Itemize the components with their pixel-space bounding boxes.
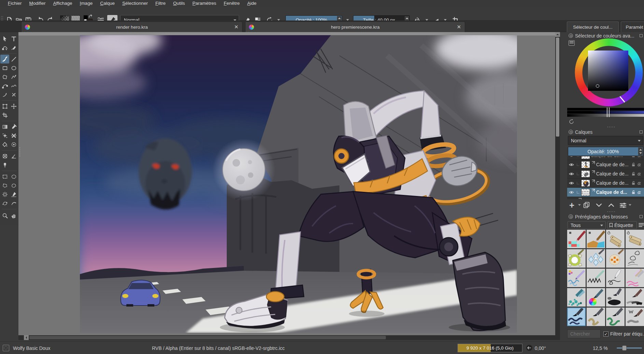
layer-row-selected[interactable]: ∟ Calque de d... α xyxy=(567,188,644,197)
properties-dropdown-arrow[interactable] xyxy=(629,205,631,206)
docker-lock-icon[interactable] xyxy=(569,130,573,134)
rotation-reset-icon[interactable] xyxy=(526,344,533,352)
tool-zoom-icon[interactable] xyxy=(0,211,9,220)
tool-transform-icon[interactable] xyxy=(0,102,9,111)
tool-assistants-icon[interactable] xyxy=(0,152,9,160)
zoom-value[interactable]: 12,5 % xyxy=(593,342,608,354)
tool-elliptical-selection-icon[interactable] xyxy=(9,172,18,181)
refresh-color-icon[interactable] xyxy=(569,119,574,126)
layer-opacity-spinner[interactable] xyxy=(638,147,643,155)
tool-polygon-icon[interactable] xyxy=(0,72,9,81)
layer-properties-button[interactable] xyxy=(619,201,627,210)
layer-blend-mode-combo[interactable]: Normal xyxy=(568,136,643,145)
color-selector-header[interactable]: Sélecteur de couleurs ava... xyxy=(567,33,644,39)
layer-row-partial-bottom[interactable] xyxy=(567,197,644,199)
docker-lock-icon[interactable] xyxy=(569,214,573,219)
layer-opacity-slider[interactable]: Opacité: 100% xyxy=(568,147,643,156)
panel-tab-parametres[interactable]: Paramèt xyxy=(621,22,644,32)
tool-gradient-icon[interactable] xyxy=(0,122,9,131)
brush-presets-header[interactable]: Préréglages des brosses xyxy=(567,214,644,220)
brush-search-input[interactable] xyxy=(567,329,601,338)
vscroll-handle[interactable] xyxy=(556,38,559,137)
docker-float-icon[interactable] xyxy=(640,130,643,133)
zoom-slider-handle[interactable] xyxy=(622,345,627,351)
tool-calligraphy-icon[interactable] xyxy=(9,43,18,52)
menu-image[interactable]: Image xyxy=(76,0,97,6)
layer-row[interactable]: ∟ Calque de de... α xyxy=(567,179,644,188)
move-layer-up-button[interactable] xyxy=(607,201,615,210)
tool-polygonal-selection-icon[interactable] xyxy=(0,181,9,190)
layer-row[interactable]: ∟ Calque de de... α xyxy=(567,169,644,179)
presets-menu-icon[interactable] xyxy=(638,222,644,229)
sv-cursor[interactable] xyxy=(596,84,599,88)
add-layer-dropdown-arrow[interactable] xyxy=(578,205,581,206)
menu-calque[interactable]: Calque xyxy=(96,0,118,6)
move-layer-down-button[interactable] xyxy=(595,201,603,210)
tool-rectangular-selection-icon[interactable] xyxy=(0,172,9,181)
brush-preset-tan-stroke[interactable] xyxy=(587,308,605,326)
brush-preset-eraser-soft[interactable] xyxy=(567,230,586,248)
color-slider-3[interactable] xyxy=(567,114,644,117)
tool-move-icon[interactable] xyxy=(9,102,18,111)
brush-preset-stamp-dots[interactable] xyxy=(606,249,625,268)
hscroll-handle[interactable] xyxy=(29,336,386,339)
layer-row[interactable]: ∟ Calque de de... α xyxy=(567,160,644,169)
docker-splitter-grip[interactable] xyxy=(607,211,616,212)
brush-preset-circle-eraser[interactable] xyxy=(567,249,586,268)
canvas-artwork[interactable] xyxy=(80,35,517,333)
tool-enclose-fill-icon[interactable] xyxy=(9,140,18,149)
brush-preset-pencil-colored[interactable] xyxy=(567,269,586,287)
zoom-slider-track[interactable] xyxy=(617,348,642,349)
menu-selectionner[interactable]: Sélectionner xyxy=(118,0,152,6)
docker-lock-icon[interactable] xyxy=(569,33,573,38)
brush-preset-blender-blade-2[interactable] xyxy=(626,230,644,248)
tool-pan-icon[interactable] xyxy=(9,211,18,220)
canvas-rotation-value[interactable]: 0,00° xyxy=(535,342,546,354)
brush-preset-blender-blade[interactable] xyxy=(606,230,625,248)
tool-edit-shapes-icon[interactable] xyxy=(0,43,9,52)
menu-fichier[interactable]: Fichier xyxy=(4,0,26,6)
color-slider-2[interactable] xyxy=(567,111,644,114)
close-tab-icon[interactable]: ✕ xyxy=(457,25,461,29)
add-layer-button[interactable]: + xyxy=(569,200,574,211)
docker-float-icon[interactable] xyxy=(640,34,643,37)
brush-preset-w-gray[interactable] xyxy=(626,308,644,326)
close-tab-icon[interactable]: ✕ xyxy=(234,25,239,29)
color-slider-1[interactable] xyxy=(567,108,644,111)
menu-outils[interactable]: Outils xyxy=(169,0,189,6)
tool-freehand-brush-icon[interactable] xyxy=(0,55,9,63)
sv-square[interactable] xyxy=(588,51,628,91)
tool-contiguous-selection-icon[interactable] xyxy=(0,190,9,199)
selector-settings-icon[interactable] xyxy=(569,40,575,46)
tab-hero-premierescene[interactable]: hero premierescene.kra ✕ xyxy=(245,22,465,32)
docker-splitter-grip[interactable] xyxy=(607,126,616,128)
duplicate-layer-button[interactable] xyxy=(583,201,590,210)
tool-measure-icon[interactable] xyxy=(9,152,18,160)
brush-filter-combo[interactable]: Tous xyxy=(568,221,606,229)
brush-preset-selected-wolfy-basic[interactable] xyxy=(567,308,586,326)
brush-preset-quill-ink[interactable] xyxy=(606,269,625,287)
tool-ellipse-icon[interactable] xyxy=(9,63,18,72)
menu-fenetre[interactable]: Fenêtre xyxy=(220,0,243,6)
canvas-area[interactable] xyxy=(18,32,560,340)
tool-smart-patch-icon[interactable] xyxy=(0,131,9,140)
menu-affichage[interactable]: Affichage xyxy=(50,0,76,6)
tool-freehand-selection-icon[interactable] xyxy=(9,181,18,190)
tool-fill-icon[interactable] xyxy=(0,140,9,149)
scroll-up-icon[interactable] xyxy=(555,32,560,37)
current-preset-icon[interactable] xyxy=(3,345,9,351)
brush-preset-pencil-dark[interactable] xyxy=(587,269,605,287)
menu-filtre[interactable]: Filtre xyxy=(152,0,169,6)
brush-preset-smudge-soft[interactable] xyxy=(626,288,644,307)
panel-tab-color-selector[interactable]: Sélecteur de coul... xyxy=(567,22,619,32)
tool-reference-images-icon[interactable] xyxy=(0,160,9,169)
brush-preset-stamp-flower[interactable] xyxy=(587,249,605,268)
tool-bezier-curve-icon[interactable] xyxy=(0,81,9,90)
brush-preset-eraser-hard[interactable] xyxy=(587,230,605,248)
tool-select-shapes-icon[interactable] xyxy=(0,34,9,43)
color-wheel[interactable] xyxy=(575,38,643,107)
tab-render-hero[interactable]: render hero.kra ✕ xyxy=(21,22,242,32)
tool-rectangle-icon[interactable] xyxy=(0,63,9,72)
tag-button[interactable]: Étiquette xyxy=(607,221,637,229)
tool-dynamic-brush-icon[interactable] xyxy=(0,90,9,99)
